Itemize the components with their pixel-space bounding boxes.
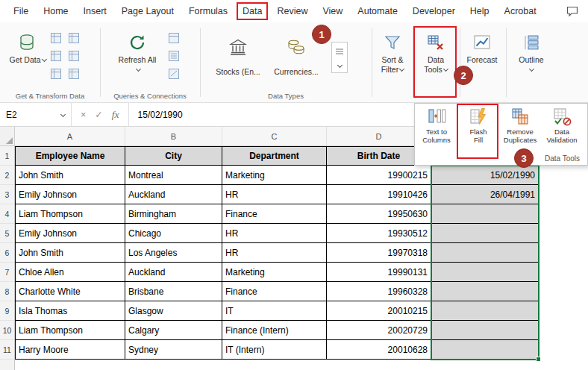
cell[interactable]: Calgary bbox=[125, 321, 222, 340]
tab-formulas[interactable]: Formulas bbox=[181, 0, 235, 22]
flash-fill-button[interactable]: Flash Fill bbox=[458, 107, 498, 145]
from-text-csv-icon[interactable] bbox=[49, 31, 63, 45]
cell[interactable]: IT bbox=[222, 301, 327, 321]
cell[interactable]: Marketing bbox=[222, 166, 327, 185]
tab-developer[interactable]: Developer bbox=[405, 0, 463, 22]
tab-review[interactable]: Review bbox=[269, 0, 315, 22]
cell[interactable]: 20010628 bbox=[327, 340, 431, 360]
tab-file[interactable]: File bbox=[6, 0, 36, 22]
cell[interactable]: 19930512 bbox=[327, 224, 431, 243]
refresh-all-button[interactable]: Refresh All bbox=[116, 27, 158, 75]
tab-automate[interactable]: Automate bbox=[350, 0, 405, 22]
cell[interactable]: Auckland bbox=[125, 263, 222, 282]
column-header-c[interactable]: C bbox=[222, 127, 327, 145]
cell[interactable]: Birmingham bbox=[125, 204, 222, 224]
cell[interactable]: HR bbox=[222, 243, 327, 263]
from-picture-icon[interactable] bbox=[67, 49, 81, 63]
tab-acrobat[interactable]: Acrobat bbox=[497, 0, 544, 22]
cell[interactable]: Chloe Allen bbox=[15, 263, 125, 282]
row-header[interactable]: 9 bbox=[0, 301, 15, 321]
existing-connections-icon[interactable] bbox=[67, 67, 81, 81]
column-header-a[interactable]: A bbox=[15, 127, 125, 145]
row-header[interactable]: 2 bbox=[0, 166, 15, 185]
row-header[interactable]: 5 bbox=[0, 224, 15, 243]
row-header[interactable]: 6 bbox=[0, 243, 15, 263]
tab-page-layout[interactable]: Page Layout bbox=[114, 0, 181, 22]
data-validation-button[interactable]: Data Validation bbox=[542, 107, 582, 145]
cell[interactable]: Glasgow bbox=[125, 301, 222, 321]
cell-c1[interactable]: Department bbox=[222, 146, 327, 166]
cell[interactable]: 19990131 bbox=[327, 263, 431, 282]
cell[interactable]: IT (Intern) bbox=[222, 340, 327, 360]
outline-button[interactable]: Outline bbox=[512, 27, 551, 71]
cell[interactable] bbox=[431, 340, 539, 360]
cell[interactable]: Marketing bbox=[222, 263, 327, 282]
cell[interactable]: 20010215 bbox=[327, 301, 431, 321]
cell[interactable]: Auckland bbox=[125, 185, 222, 204]
cell[interactable]: 19910426 bbox=[327, 185, 431, 204]
cell[interactable] bbox=[431, 243, 539, 263]
cell[interactable]: 19960328 bbox=[327, 282, 431, 301]
tab-data[interactable]: Data bbox=[235, 0, 269, 22]
tab-insert[interactable]: Insert bbox=[76, 0, 114, 22]
cell[interactable] bbox=[431, 224, 539, 243]
cell[interactable]: Finance bbox=[222, 204, 327, 224]
forecast-button[interactable]: Forecast bbox=[463, 27, 501, 65]
recent-sources-icon[interactable] bbox=[49, 67, 63, 81]
cell[interactable]: Los Angeles bbox=[125, 243, 222, 263]
row-header[interactable]: 1 bbox=[0, 146, 15, 166]
cell[interactable]: 26/04/1991 bbox=[431, 185, 539, 204]
stocks-button[interactable]: Stocks (En... bbox=[213, 25, 263, 77]
cell[interactable] bbox=[431, 263, 539, 282]
cell[interactable]: Sydney bbox=[125, 340, 222, 360]
formula-input[interactable]: 15/02/1990 bbox=[129, 110, 183, 120]
row-header[interactable]: 3 bbox=[0, 185, 15, 204]
cell[interactable]: Emily Johnson bbox=[15, 185, 125, 204]
cell[interactable]: Liam Thompson bbox=[15, 204, 125, 224]
cell[interactable] bbox=[431, 321, 539, 340]
cell[interactable]: Isla Thomas bbox=[15, 301, 125, 321]
cell[interactable]: 20020729 bbox=[327, 321, 431, 340]
cell[interactable]: Emily Johnson bbox=[15, 224, 125, 243]
cell[interactable]: Charlotte White bbox=[15, 282, 125, 301]
cancel-icon[interactable]: × bbox=[81, 110, 86, 120]
get-data-button[interactable]: Get Data bbox=[9, 27, 46, 65]
queries-connections-icon[interactable] bbox=[167, 31, 181, 45]
enter-icon[interactable]: ✓ bbox=[95, 109, 102, 120]
row-header[interactable]: 8 bbox=[0, 282, 15, 301]
cell[interactable]: HR bbox=[222, 224, 327, 243]
data-types-gallery-more-button[interactable] bbox=[331, 42, 348, 73]
cell[interactable]: Harry Moore bbox=[15, 340, 125, 360]
tab-help[interactable]: Help bbox=[463, 0, 497, 22]
sort-filter-button[interactable]: Sort & Filter bbox=[375, 27, 410, 75]
cell[interactable] bbox=[431, 301, 539, 321]
row-header[interactable]: 4 bbox=[0, 204, 15, 224]
tab-home[interactable]: Home bbox=[36, 0, 75, 22]
cell[interactable]: 19950630 bbox=[327, 204, 431, 224]
text-to-columns-button[interactable]: Text to Columns bbox=[416, 107, 457, 145]
cell[interactable]: 15/02/1990 bbox=[431, 166, 539, 185]
name-box[interactable]: E2 bbox=[0, 103, 72, 126]
tab-view[interactable]: View bbox=[315, 0, 350, 22]
cell-b1[interactable]: City bbox=[125, 146, 222, 166]
cell[interactable]: Montreal bbox=[125, 166, 222, 185]
cell[interactable]: Finance bbox=[222, 282, 327, 301]
cell[interactable]: 19970318 bbox=[327, 243, 431, 263]
properties-icon[interactable] bbox=[167, 49, 181, 63]
comment-icon[interactable] bbox=[563, 3, 582, 19]
from-table-range-icon[interactable] bbox=[49, 49, 63, 63]
edit-links-icon[interactable] bbox=[167, 67, 181, 81]
cell[interactable]: 19900215 bbox=[327, 166, 431, 185]
row-header[interactable]: 10 bbox=[0, 321, 15, 340]
select-all-corner[interactable] bbox=[0, 127, 15, 145]
cell-a1[interactable]: Employee Name bbox=[15, 146, 125, 166]
row-header[interactable]: 7 bbox=[0, 263, 15, 282]
cell[interactable]: Liam Thompson bbox=[15, 321, 125, 340]
cell[interactable]: HR bbox=[222, 185, 327, 204]
insert-function-icon[interactable]: fx bbox=[112, 109, 119, 121]
cell[interactable] bbox=[431, 282, 539, 301]
cell[interactable]: Chicago bbox=[125, 224, 222, 243]
data-tools-button[interactable]: Data Tools bbox=[416, 27, 455, 75]
cell[interactable]: John Smith bbox=[15, 166, 125, 185]
cell[interactable] bbox=[431, 204, 539, 224]
